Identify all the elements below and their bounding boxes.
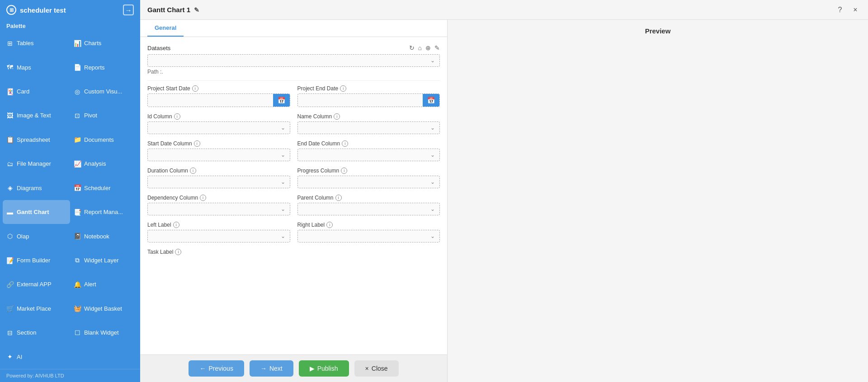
sidebar-item-analysis[interactable]: 📈 Analysis	[70, 152, 137, 176]
sidebar-item-tables[interactable]: ⊞ Tables	[3, 31, 70, 55]
sidebar-item-custom-visu[interactable]: ◎ Custom Visu...	[70, 79, 137, 103]
id-column-select[interactable]: ⌄	[147, 121, 290, 134]
sidebar-item-spreadsheet[interactable]: 📋 Spreadsheet	[3, 128, 70, 152]
sidebar-item-gantt-chart[interactable]: ▬ Gantt Chart	[3, 200, 70, 224]
name-column-select[interactable]: ⌄	[297, 121, 440, 134]
ai-icon: ✦	[6, 353, 14, 360]
dependency-column-info-icon[interactable]: i	[200, 195, 206, 201]
help-button[interactable]: ?	[835, 5, 845, 15]
project-end-date-info-icon[interactable]: i	[340, 85, 346, 92]
end-date-column-select[interactable]: ⌄	[297, 149, 440, 161]
edit-title-icon[interactable]: ✎	[194, 6, 199, 14]
left-label-group: Left Label i ⌄	[147, 222, 290, 242]
project-end-date-input[interactable]	[298, 94, 423, 107]
task-label-info-icon[interactable]: i	[175, 249, 181, 255]
project-start-date-picker-button[interactable]: 📅	[273, 94, 290, 107]
sidebar-footer: Powered by: AIVHUB LTD	[0, 369, 140, 382]
next-button[interactable]: → Next	[250, 360, 293, 377]
datasets-dropdown[interactable]: ⌄	[147, 54, 440, 67]
project-start-date-group: Project Start Date i 📅	[147, 85, 290, 107]
sidebar-item-market-place[interactable]: 🛒 Market Place	[3, 297, 70, 321]
sidebar-item-label: External APP	[17, 281, 52, 288]
add-dataset-icon[interactable]: ⊕	[425, 44, 431, 51]
project-start-date-input[interactable]	[148, 94, 273, 107]
top-bar: Gantt Chart 1 ✎ ? ×	[140, 0, 868, 20]
sidebar-item-ai[interactable]: ✦ AI	[3, 345, 70, 369]
section-icon: ⊟	[6, 329, 14, 336]
home-icon[interactable]: ⌂	[418, 44, 422, 51]
sidebar-item-charts[interactable]: 📊 Charts	[70, 31, 137, 55]
sidebar-item-documents[interactable]: 📁 Documents	[70, 128, 137, 152]
project-start-date-input-wrap: 📅	[147, 93, 290, 107]
left-label-select[interactable]: ⌄	[147, 230, 290, 242]
sidebar-item-label: Card	[17, 88, 29, 95]
left-label-info-icon[interactable]: i	[173, 222, 179, 228]
sidebar-item-label: File Manager	[17, 160, 51, 167]
duration-column-chevron-icon: ⌄	[281, 179, 285, 185]
right-label-chevron-icon: ⌄	[430, 233, 435, 239]
close-button[interactable]: × Close	[354, 360, 399, 377]
parent-column-select[interactable]: ⌄	[297, 203, 440, 215]
name-column-info-icon[interactable]: i	[334, 113, 340, 120]
analysis-icon: 📈	[74, 160, 81, 168]
end-date-column-info-icon[interactable]: i	[342, 140, 348, 147]
exit-button[interactable]: →	[123, 5, 134, 15]
project-end-date-group: Project End Date i 📅	[297, 85, 440, 107]
sidebar-item-reports[interactable]: 📄 Reports	[70, 55, 137, 79]
path-text: Path :.	[147, 69, 440, 75]
palette-grid: ⊞ Tables 📊 Charts 🗺 Maps 📄 Reports 🃏 Car…	[0, 31, 140, 369]
edit-dataset-icon[interactable]: ✎	[434, 44, 440, 51]
tab-general[interactable]: General	[147, 20, 184, 37]
duration-column-select[interactable]: ⌄	[147, 176, 290, 188]
right-label-group: Right Label i ⌄	[297, 222, 440, 242]
sidebar-item-file-manager[interactable]: 🗂 File Manager	[3, 152, 70, 176]
start-date-column-info-icon[interactable]: i	[194, 140, 200, 147]
end-date-column-group: End Date Column i ⌄	[297, 140, 440, 161]
start-date-column-select[interactable]: ⌄	[147, 149, 290, 161]
right-label-info-icon[interactable]: i	[326, 222, 333, 228]
sidebar-item-widget-basket[interactable]: 🧺 Widget Basket	[70, 297, 137, 321]
sidebar-item-form-builder[interactable]: 📝 Form Builder	[3, 248, 70, 272]
sidebar-item-section[interactable]: ⊟ Section	[3, 321, 70, 345]
refresh-icon[interactable]: ↻	[409, 44, 415, 51]
start-date-column-chevron-icon: ⌄	[281, 152, 285, 158]
id-column-group: Id Column i ⌄	[147, 113, 290, 134]
sidebar-item-alert[interactable]: 🔔 Alert	[70, 272, 137, 296]
sidebar-item-maps[interactable]: 🗺 Maps	[3, 55, 70, 79]
id-column-info-icon[interactable]: i	[174, 113, 180, 120]
app-title: scheduler test	[20, 6, 66, 14]
sidebar-item-image-text[interactable]: 🖼 Image & Text	[3, 103, 70, 127]
sidebar-item-external-app[interactable]: 🔗 External APP	[3, 272, 70, 296]
file-manager-icon: 🗂	[6, 160, 14, 168]
project-end-date-picker-button[interactable]: 📅	[423, 94, 439, 107]
chart-title-group: Gantt Chart 1 ✎	[147, 6, 199, 14]
project-start-date-info-icon[interactable]: i	[192, 85, 198, 92]
right-label-select[interactable]: ⌄	[297, 230, 440, 242]
sidebar-item-label: Widget Basket	[84, 305, 122, 312]
config-panel: General Datasets ↻ ⌂ ⊕ ✎ ⌄	[140, 20, 448, 382]
sidebar-item-pivot[interactable]: ⊡ Pivot	[70, 103, 137, 127]
publish-button[interactable]: ▶ Publish	[299, 360, 349, 377]
previous-button[interactable]: ← Previous	[189, 360, 244, 377]
sidebar-item-widget-layer[interactable]: ⧉ Widget Layer	[70, 248, 137, 272]
sidebar-item-report-mana[interactable]: 📑 Report Mana...	[70, 200, 137, 224]
sidebar-item-blank-widget[interactable]: ☐ Blank Widget	[70, 321, 137, 345]
progress-column-info-icon[interactable]: i	[341, 168, 347, 174]
sidebar-item-card[interactable]: 🃏 Card	[3, 79, 70, 103]
sidebar-item-diagrams[interactable]: ◈ Diagrams	[3, 176, 70, 200]
close-window-button[interactable]: ×	[850, 5, 861, 15]
duration-progress-column-row: Duration Column i ⌄ Progress Column i	[147, 168, 440, 188]
sidebar-item-olap[interactable]: ⬡ Olap	[3, 224, 70, 248]
sidebar-item-label: Image & Text	[17, 112, 51, 119]
progress-column-label: Progress Column i	[297, 168, 440, 174]
left-label-label: Left Label i	[147, 222, 290, 228]
parent-column-info-icon[interactable]: i	[335, 195, 342, 201]
dependency-column-select[interactable]: ⌄	[147, 203, 290, 215]
progress-column-select[interactable]: ⌄	[297, 176, 440, 188]
divider-1	[147, 80, 440, 81]
sidebar-item-notebook[interactable]: 📓 Notebook	[70, 224, 137, 248]
duration-column-info-icon[interactable]: i	[190, 168, 196, 174]
sidebar-item-scheduler[interactable]: 📅 Scheduler	[70, 176, 137, 200]
project-end-date-label: Project End Date i	[297, 85, 440, 92]
sidebar-item-label: Gantt Chart	[17, 209, 49, 215]
